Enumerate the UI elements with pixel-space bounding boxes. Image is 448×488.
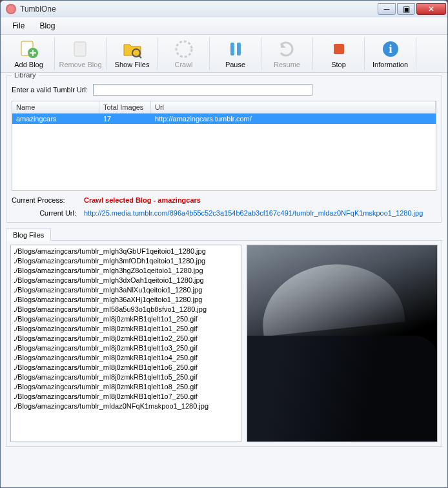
resume-icon bbox=[277, 39, 298, 59]
list-item[interactable]: ./Blogs/amazingcars/tumblr_mIgh3qGbUF1qe… bbox=[14, 247, 238, 256]
svg-rect-7 bbox=[237, 43, 241, 56]
current-process-label: Current Process: bbox=[12, 196, 76, 204]
maximize-button[interactable]: ▣ bbox=[397, 3, 415, 15]
url-label: Enter a valid Tumblr Url: bbox=[12, 86, 88, 94]
col-name[interactable]: Name bbox=[12, 101, 99, 113]
table-row[interactable]: amazingcars 17 http://amazingcars.tumblr… bbox=[12, 114, 436, 124]
show-files-icon bbox=[122, 39, 143, 59]
stop-icon bbox=[329, 39, 349, 59]
svg-text:i: i bbox=[389, 43, 392, 56]
menu-blog[interactable]: Blog bbox=[33, 19, 61, 33]
remove-blog-button: Remove Blog bbox=[55, 37, 107, 70]
information-icon: i bbox=[380, 39, 401, 59]
col-url[interactable]: Url bbox=[151, 101, 436, 113]
car-image bbox=[247, 245, 437, 442]
titlebar[interactable]: TumblOne ─ ▣ ✕ bbox=[1, 1, 447, 17]
current-url-value: http://25.media.tumblr.com/896a4b55c52c3… bbox=[84, 209, 423, 217]
stop-button[interactable]: Stop bbox=[313, 37, 365, 70]
information-button[interactable]: i Information bbox=[365, 37, 416, 70]
list-item[interactable]: ./Blogs/amazingcars/tumblr_mI8j0zmkRB1ql… bbox=[14, 372, 238, 382]
blog-table[interactable]: Name Total Images Url amazingcars 17 htt… bbox=[12, 101, 436, 191]
list-item[interactable]: ./Blogs/amazingcars/tumblr_mI8j0zmkRB1ql… bbox=[14, 382, 238, 392]
toolbar: Add Blog Remove Blog Show Files Crawl Pa… bbox=[1, 35, 447, 73]
add-blog-button[interactable]: Add Blog bbox=[3, 37, 55, 70]
app-icon bbox=[6, 4, 16, 14]
list-item[interactable]: ./Blogs/amazingcars/tumblr_mIgh3hgZ8o1qe… bbox=[14, 266, 238, 276]
crawl-button: Crawl bbox=[158, 37, 210, 70]
app-window: TumblOne ─ ▣ ✕ File Blog Add Blog Remove… bbox=[0, 0, 448, 488]
add-blog-icon bbox=[19, 39, 39, 59]
svg-rect-6 bbox=[230, 43, 234, 56]
list-item[interactable]: ./Blogs/amazingcars/tumblr_mI8j0zmkRB1ql… bbox=[14, 324, 238, 334]
close-button[interactable]: ✕ bbox=[416, 3, 446, 15]
remove-blog-icon bbox=[70, 39, 91, 59]
svg-point-5 bbox=[176, 41, 192, 57]
crawl-icon bbox=[174, 39, 194, 59]
svg-rect-8 bbox=[334, 44, 344, 54]
show-files-button[interactable]: Show Files bbox=[107, 37, 158, 70]
list-item[interactable]: ./Blogs/amazingcars/tumblr_mI8j0zmkRB1ql… bbox=[14, 353, 238, 363]
window-title: TumblOne bbox=[20, 5, 56, 14]
svg-line-4 bbox=[139, 56, 141, 58]
list-item[interactable]: ./Blogs/amazingcars/tumblr_mIdaz0NFqK1ms… bbox=[14, 402, 238, 411]
list-item[interactable]: ./Blogs/amazingcars/tumblr_mI8j0zmkRB1ql… bbox=[14, 314, 238, 324]
menubar: File Blog bbox=[1, 17, 447, 35]
list-item[interactable]: ./Blogs/amazingcars/tumblr_mIgh36aXHj1qe… bbox=[14, 295, 238, 305]
resume-button: Resume bbox=[261, 37, 313, 70]
current-process-value: Crawl selected Blog - amazingcars bbox=[84, 196, 201, 204]
current-url-label: Current Url: bbox=[12, 209, 76, 217]
url-input[interactable] bbox=[93, 84, 312, 96]
pause-icon bbox=[225, 39, 246, 59]
list-item[interactable]: ./Blogs/amazingcars/tumblr_mI58a5u93o1qb… bbox=[14, 305, 238, 314]
col-total[interactable]: Total Images bbox=[99, 101, 151, 113]
list-item[interactable]: ./Blogs/amazingcars/tumblr_mI8j0zmkRB1ql… bbox=[14, 392, 238, 402]
minimize-button[interactable]: ─ bbox=[378, 3, 396, 15]
content-area: Library Enter a valid Tumblr Url: Name T… bbox=[1, 73, 447, 487]
file-list[interactable]: ./Blogs/amazingcars/tumblr_mIgh3qGbUF1qe… bbox=[10, 245, 241, 442]
list-item[interactable]: ./Blogs/amazingcars/tumblr_mIgh3mfODh1qe… bbox=[14, 256, 238, 266]
tabs: Blog Files ./Blogs/amazingcars/tumblr_mI… bbox=[6, 228, 442, 447]
menu-file[interactable]: File bbox=[6, 19, 31, 33]
list-item[interactable]: ./Blogs/amazingcars/tumblr_mI8j0zmkRB1ql… bbox=[14, 363, 238, 372]
list-item[interactable]: ./Blogs/amazingcars/tumblr_mIgh3dxOah1qe… bbox=[14, 276, 238, 285]
list-item[interactable]: ./Blogs/amazingcars/tumblr_mI8j0zmkRB1ql… bbox=[14, 343, 238, 353]
library-group: Library Enter a valid Tumblr Url: Name T… bbox=[6, 76, 442, 223]
pause-button[interactable]: Pause bbox=[210, 37, 261, 70]
list-item[interactable]: ./Blogs/amazingcars/tumblr_mI8j0zmkRB1ql… bbox=[14, 334, 238, 343]
library-title: Library bbox=[12, 73, 39, 79]
tab-blog-files[interactable]: Blog Files bbox=[6, 229, 51, 241]
svg-rect-2 bbox=[74, 42, 86, 56]
image-preview bbox=[247, 245, 438, 442]
list-item[interactable]: ./Blogs/amazingcars/tumblr_mIgh3aNlXu1qe… bbox=[14, 285, 238, 295]
